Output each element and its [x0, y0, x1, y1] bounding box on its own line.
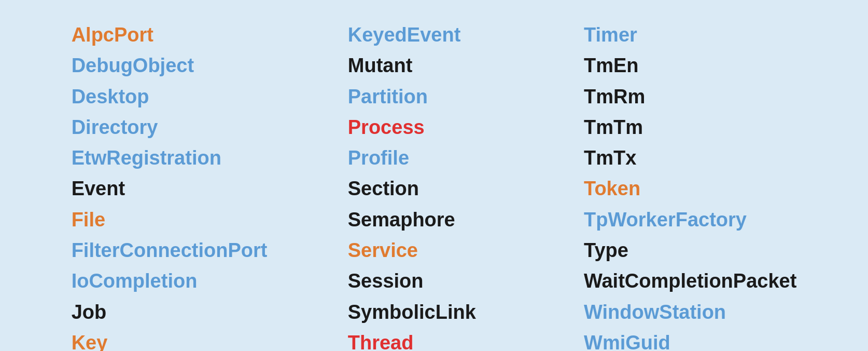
- list-item: Thread: [348, 329, 503, 351]
- list-item: Timer: [584, 21, 796, 49]
- column-3: TimerTmEnTmRmTmTmTmTxTokenTpWorkerFactor…: [584, 21, 796, 351]
- list-item: WmiGuid: [584, 329, 796, 351]
- column-1: AlpcPortDebugObjectDesktopDirectoryEtwRe…: [72, 21, 268, 351]
- list-item: Partition: [348, 83, 503, 111]
- list-item: WindowStation: [584, 298, 796, 327]
- list-item: Service: [348, 236, 503, 265]
- list-item: FilterConnectionPort: [72, 236, 268, 265]
- list-item: File: [72, 206, 268, 234]
- column-2: KeyedEventMutantPartitionProcessProfileS…: [348, 21, 503, 351]
- list-item: Type: [584, 236, 796, 265]
- list-item: WaitCompletionPacket: [584, 267, 796, 295]
- list-item: Directory: [72, 113, 268, 142]
- list-item: Event: [72, 174, 268, 203]
- list-item: TmEn: [584, 51, 796, 80]
- list-item: TmRm: [584, 83, 796, 111]
- list-item: Key: [72, 329, 268, 351]
- main-container: AlpcPortDebugObjectDesktopDirectoryEtwRe…: [0, 0, 868, 351]
- list-item: SymbolicLink: [348, 298, 503, 327]
- list-item: Job: [72, 298, 268, 327]
- list-item: TmTm: [584, 113, 796, 142]
- list-item: KeyedEvent: [348, 21, 503, 49]
- list-item: Process: [348, 113, 503, 142]
- list-item: EtwRegistration: [72, 144, 268, 172]
- list-item: Token: [584, 174, 796, 203]
- list-item: Section: [348, 174, 503, 203]
- list-item: TpWorkerFactory: [584, 206, 796, 234]
- list-item: Profile: [348, 144, 503, 172]
- list-item: Desktop: [72, 83, 268, 111]
- list-item: Mutant: [348, 51, 503, 80]
- list-item: Session: [348, 267, 503, 295]
- list-item: DebugObject: [72, 51, 268, 80]
- list-item: IoCompletion: [72, 267, 268, 295]
- list-item: Semaphore: [348, 206, 503, 234]
- list-item: TmTx: [584, 144, 796, 172]
- list-item: AlpcPort: [72, 21, 268, 49]
